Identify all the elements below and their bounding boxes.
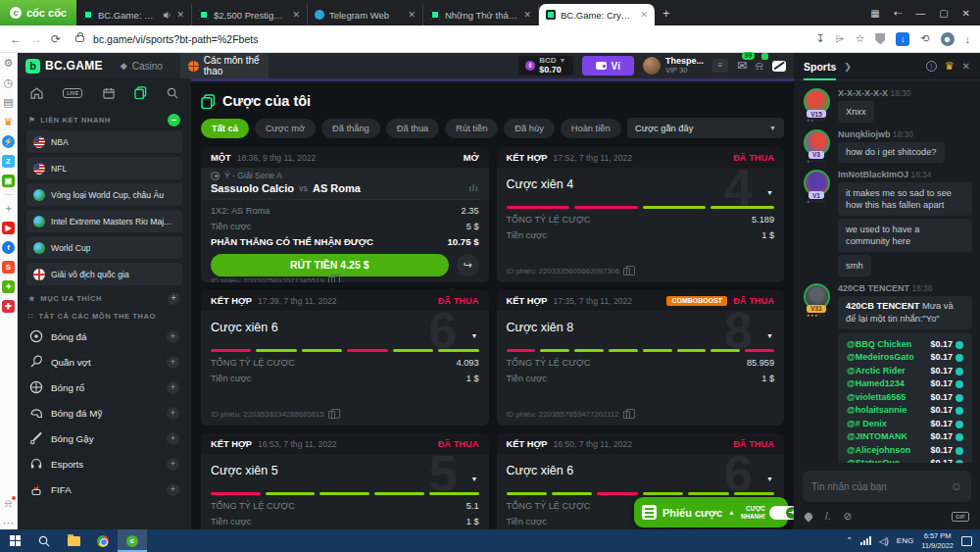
gif-icon[interactable]: GIF bbox=[952, 512, 969, 522]
bet-card-combo[interactable]: KẾT HỢP 16:53, 7 thg 11, 2022 ĐÃ THUA Cư… bbox=[201, 433, 489, 529]
recipient-name[interactable]: @Arctic Rider bbox=[847, 365, 906, 378]
lock-icon[interactable] bbox=[75, 35, 84, 42]
quick-link-world-cup[interactable]: World Cup bbox=[26, 236, 182, 259]
tab-audio-icon[interactable] bbox=[163, 11, 172, 20]
action-center-icon[interactable] bbox=[961, 536, 972, 546]
rain-recipient[interactable]: @Hamed1234$0.17 bbox=[847, 377, 963, 391]
adblock-shield-icon[interactable] bbox=[875, 33, 885, 45]
quick-bet-toggle[interactable]: CƯỢCNHANH! ➜ bbox=[741, 505, 799, 520]
expand-plus-icon[interactable]: + bbox=[167, 381, 179, 394]
filter-cashout[interactable]: Rút tiền bbox=[445, 119, 498, 138]
games-icon[interactable]: ▣ bbox=[2, 175, 15, 187]
start-button[interactable] bbox=[0, 529, 29, 552]
copy-icon[interactable] bbox=[623, 268, 630, 276]
copy-icon[interactable] bbox=[623, 411, 630, 419]
more-icon[interactable]: ⋯ bbox=[2, 517, 15, 529]
bet-card-combo-boost[interactable]: KẾT HỢP 17:35, 7 thg 11, 2022 COMBOBOOST… bbox=[497, 290, 785, 426]
save-page-icon[interactable]: ↧ bbox=[816, 32, 825, 45]
bet-card-combo[interactable]: KẾT HỢP 17:52, 7 thg 11, 2022 ĐÃ THUA Cư… bbox=[497, 147, 785, 282]
sidebar-item-american-football[interactable]: Bóng đá Mỹ + bbox=[26, 400, 182, 426]
recipient-name[interactable]: @holaitsannie bbox=[847, 404, 906, 418]
minimize-button[interactable]: — bbox=[915, 8, 925, 19]
chrome-button[interactable] bbox=[88, 529, 118, 552]
browser-tab[interactable]: $2,500 Prestige Plinko Challe ✕ bbox=[192, 4, 308, 25]
sidebar-item-basketball[interactable]: Bóng rổ + bbox=[26, 375, 182, 400]
tab-close-icon[interactable]: ✕ bbox=[176, 10, 184, 20]
chat-input[interactable] bbox=[811, 481, 951, 492]
browser-tab-active[interactable]: BC.Game: Crypto Casino Ga ✕ bbox=[539, 4, 655, 25]
recipient-name[interactable]: @violetta6565 bbox=[847, 391, 906, 405]
browser-tab[interactable]: Telegram Web ✕ bbox=[308, 4, 423, 25]
copy-icon[interactable] bbox=[328, 411, 335, 419]
chat-username[interactable]: 420CB TENCENT bbox=[838, 283, 909, 293]
settings-gear-icon[interactable]: ⚙ bbox=[2, 57, 15, 70]
expand-plus-icon[interactable]: + bbox=[167, 458, 179, 471]
nav-casino[interactable]: ◆ Casino bbox=[113, 53, 171, 78]
bcgame-logo[interactable]: b BC.GAME bbox=[25, 59, 103, 74]
taskbar-search[interactable] bbox=[29, 529, 59, 552]
share-icon[interactable]: ⌲ bbox=[836, 32, 845, 45]
expand-caret-icon[interactable]: ▼ bbox=[471, 476, 478, 482]
tab-close-icon[interactable]: ✕ bbox=[523, 10, 531, 20]
bookmark-star-icon[interactable]: ☆ bbox=[855, 32, 864, 45]
filter-refund[interactable]: Hoàn tiền bbox=[561, 119, 621, 138]
wallet-button[interactable]: Ví bbox=[582, 56, 634, 75]
youtube-icon[interactable]: ▶ bbox=[2, 222, 15, 234]
bet-card-single[interactable]: MỘT 18:36, 9 thg 11, 2022 MỞ Ý - Giải Se… bbox=[201, 147, 489, 282]
sync-icon[interactable]: ⟲ bbox=[920, 32, 929, 45]
back-icon[interactable]: ← bbox=[10, 32, 22, 46]
live-icon[interactable]: LIVE bbox=[63, 88, 82, 98]
sort-dropdown[interactable]: Cược gần đây ▼ bbox=[627, 118, 784, 138]
notifications-bell-icon[interactable]: ⍾ bbox=[2, 497, 15, 510]
chat-tab-sports[interactable]: Sports bbox=[804, 53, 836, 80]
facebook-icon[interactable]: f bbox=[2, 241, 15, 254]
share-bet-button[interactable]: ↪ bbox=[457, 254, 479, 276]
maximize-button[interactable]: ▢ bbox=[939, 8, 948, 19]
recipient-name[interactable]: @MedeirosGato bbox=[847, 351, 914, 365]
messenger-icon[interactable]: ⚡ bbox=[2, 135, 15, 148]
cashout-button[interactable]: RÚT TIỀN 4.25 $ bbox=[211, 254, 449, 276]
chat-close-icon[interactable]: ✕ bbox=[962, 61, 970, 72]
stats-icon[interactable]: ılı bbox=[468, 183, 478, 193]
mail-icon[interactable]: ✉99 bbox=[737, 59, 747, 73]
rain-recipient[interactable]: @BBQ Chicken$0.17 bbox=[847, 338, 963, 352]
expand-caret-icon[interactable]: ▼ bbox=[766, 476, 773, 482]
chat-username[interactable]: X-X-X-X-X-X bbox=[838, 88, 888, 98]
bet-card-combo[interactable]: KẾT HỢP 17:39, 7 thg 11, 2022 ĐÃ THUA Cư… bbox=[201, 290, 489, 426]
expand-plus-icon[interactable]: + bbox=[167, 407, 179, 420]
url-field[interactable]: bc.game/vi/sports?bt-path=%2Fbets bbox=[93, 33, 808, 45]
quick-link-national-league[interactable]: Giải vô địch quốc gia bbox=[26, 263, 182, 285]
expand-caret-icon[interactable]: ▼ bbox=[766, 189, 773, 196]
sidebar-item-esports[interactable]: Esports + bbox=[26, 451, 182, 477]
recipient-name[interactable]: @BBQ Chicken bbox=[847, 338, 911, 352]
chat-info-icon[interactable]: ! bbox=[926, 61, 937, 72]
expand-caret-icon[interactable]: ▼ bbox=[766, 332, 773, 339]
shop-icon[interactable]: ✦ bbox=[2, 280, 15, 293]
downloads-icon[interactable]: ↓ bbox=[965, 33, 971, 45]
file-explorer-button[interactable] bbox=[59, 529, 88, 552]
shopee-icon[interactable]: S bbox=[2, 261, 15, 274]
tab-close-icon[interactable]: ✕ bbox=[408, 10, 416, 20]
tab-search-icon[interactable]: ▦ bbox=[870, 8, 879, 19]
browser-back-to-icon[interactable]: ⇠ bbox=[894, 8, 902, 19]
speaker-icon[interactable]: ◁) bbox=[879, 536, 889, 546]
chat-toggle-icon[interactable] bbox=[772, 61, 786, 72]
recipient-name[interactable]: @Hamed1234 bbox=[847, 377, 905, 391]
network-icon[interactable] bbox=[860, 536, 871, 545]
rain-recipient[interactable]: @violetta6565$0.17 bbox=[847, 391, 963, 405]
search-icon[interactable] bbox=[167, 87, 178, 99]
quick-link-nba[interactable]: NBA bbox=[26, 130, 182, 153]
browser-tab[interactable]: Những Thử thách Hàng ngà ✕ bbox=[423, 4, 539, 25]
browser-tab[interactable]: BC.Game: Crypto Casino ✕ bbox=[76, 4, 192, 25]
coccoc-crown-icon[interactable]: ♛ bbox=[2, 116, 15, 128]
balance-selector[interactable]: ¢ BCD▼ $0.70 bbox=[518, 56, 572, 75]
chat-rules-icon[interactable]: ⊘ bbox=[844, 511, 852, 522]
zalo-icon[interactable]: Z bbox=[2, 155, 15, 168]
sidebar-item-cricket[interactable]: Bóng Gậy + bbox=[26, 426, 182, 451]
recipient-name[interactable]: @JINTOMANK bbox=[847, 430, 907, 444]
copy-icon[interactable] bbox=[328, 276, 335, 282]
filter-open[interactable]: Cược mở bbox=[255, 119, 316, 138]
collapse-quick-links-button[interactable]: – bbox=[168, 114, 180, 126]
rain-recipient[interactable]: @holaitsannie$0.17 bbox=[847, 404, 963, 418]
quick-link-nfl[interactable]: NFL bbox=[26, 157, 182, 179]
